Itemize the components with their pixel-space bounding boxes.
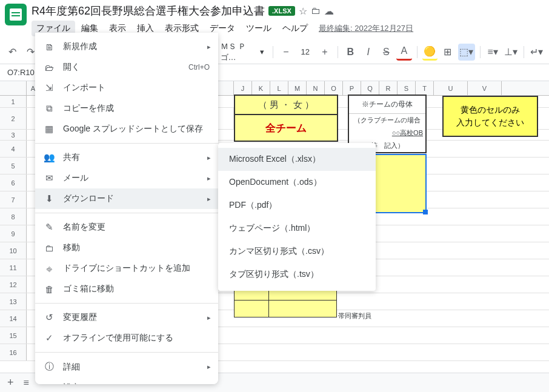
col-header[interactable]: J: [234, 81, 252, 95]
copy-icon: ⧉: [44, 103, 55, 114]
separator: [417, 46, 418, 58]
bold-button[interactable]: B: [342, 44, 358, 61]
chevron-down-icon: ▾: [260, 47, 264, 56]
font-size-input[interactable]: 12: [296, 45, 314, 59]
star-icon[interactable]: ☆: [299, 5, 307, 17]
chevron-right-icon: ▸: [207, 363, 211, 371]
row-header[interactable]: 15: [0, 327, 27, 344]
selection-handle[interactable]: [423, 210, 428, 214]
download-tsv[interactable]: タブ区切り形式（.tsv）: [218, 263, 376, 286]
italic-button[interactable]: I: [361, 44, 376, 61]
download-csv[interactable]: カンマ区切り形式（.csv）: [218, 240, 376, 263]
col-header[interactable]: P: [343, 81, 361, 95]
team-cell[interactable]: 全チーム: [234, 115, 338, 142]
row-header[interactable]: 7: [0, 191, 27, 208]
row-header[interactable]: 5: [0, 158, 27, 174]
strike-button[interactable]: S: [379, 44, 394, 61]
separator: [338, 46, 338, 58]
row-header[interactable]: 6: [0, 174, 27, 191]
info-icon: ⓘ: [44, 361, 55, 373]
sheets-logo-icon[interactable]: [5, 4, 27, 25]
menu-tools[interactable]: ツール: [241, 21, 276, 36]
menu-settings[interactable]: ⚙設定: [35, 377, 218, 384]
menu-download[interactable]: ⬇ダウンロード▸: [35, 188, 218, 209]
row-header[interactable]: 9: [0, 225, 27, 242]
cloud-status-icon[interactable]: ☁: [324, 5, 334, 17]
move-icon: 🗀: [44, 243, 55, 253]
text-color-button[interactable]: A: [396, 44, 412, 61]
menu-version-history[interactable]: ↺変更履歴▸: [35, 307, 218, 328]
col-header[interactable]: R: [379, 81, 398, 95]
download-ods[interactable]: OpenDocument（.ods）: [218, 171, 376, 194]
fill-color-button[interactable]: 🟡: [422, 44, 438, 61]
download-xlsx[interactable]: Microsoft Excel（.xlsx）: [218, 148, 376, 171]
row-header[interactable]: 11: [0, 259, 27, 276]
menu-offline[interactable]: ✓オフラインで使用可能にする: [35, 328, 218, 348]
document-title[interactable]: R4年度第62回長野県総合選手権大会参加申込書: [32, 4, 265, 18]
add-sheet-button[interactable]: +: [5, 374, 16, 391]
menu-new[interactable]: 🗎新規作成▸: [35, 36, 218, 57]
row-header[interactable]: 13: [0, 293, 27, 310]
font-selector[interactable]: ＭＳ Ｐゴ… ▾: [217, 39, 268, 65]
row-header[interactable]: 14: [0, 310, 27, 327]
gender-cell[interactable]: （ 男 ・ 女 ）: [234, 95, 338, 115]
row-header[interactable]: 2: [0, 108, 27, 129]
import-icon: ⇲: [44, 82, 55, 93]
col-header[interactable]: S: [398, 81, 416, 95]
all-sheets-button[interactable]: ≡: [21, 375, 32, 391]
document-icon: 🗎: [44, 42, 55, 52]
row-header[interactable]: 3: [0, 130, 27, 140]
font-size-down[interactable]: −: [278, 44, 294, 61]
col-header[interactable]: L: [270, 81, 288, 95]
separator: [35, 303, 218, 304]
instruction-note[interactable]: 黄色のセルのみ入力してください: [442, 96, 538, 137]
download-submenu: Microsoft Excel（.xlsx） OpenDocument（.ods…: [218, 143, 376, 291]
halign-button[interactable]: ≡▾: [485, 44, 501, 61]
separator: [35, 143, 218, 144]
row-header[interactable]: 1: [0, 96, 27, 107]
menu-import[interactable]: ⇲インポート: [35, 78, 218, 98]
folder-icon: 🗁: [44, 62, 55, 73]
download-pdf[interactable]: PDF（.pdf）: [218, 194, 376, 217]
download-html[interactable]: ウェブページ（.html）: [218, 217, 376, 240]
col-header[interactable]: N: [307, 81, 325, 95]
menu-rename[interactable]: ✎名前を変更: [35, 217, 218, 238]
chevron-right-icon: ▸: [207, 154, 211, 162]
col-header[interactable]: O: [325, 81, 343, 95]
menu-make-copy[interactable]: ⧉コピーを作成: [35, 98, 218, 119]
col-header[interactable]: U: [434, 81, 468, 95]
row-header[interactable]: 10: [0, 242, 27, 259]
last-edit-link[interactable]: 最終編集: 2022年12月27日: [319, 21, 413, 36]
font-size-up[interactable]: +: [317, 44, 333, 61]
history-icon: ↺: [44, 312, 55, 323]
move-to-folder-icon[interactable]: 🗀: [311, 5, 321, 16]
row-header[interactable]: 4: [0, 141, 27, 157]
row-header[interactable]: 12: [0, 276, 27, 293]
menu-save-as-gsheet[interactable]: ▦Google スプレッドシートとして保存: [35, 119, 218, 139]
row-header[interactable]: 8: [0, 208, 27, 225]
menu-move[interactable]: 🗀移動: [35, 238, 218, 258]
menu-trash[interactable]: 🗑ゴミ箱に移動: [35, 279, 218, 299]
col-header[interactable]: V: [468, 81, 502, 95]
chevron-right-icon: ▸: [207, 174, 211, 182]
col-header[interactable]: T: [416, 81, 434, 95]
merge-button[interactable]: ⬚▾: [458, 44, 475, 61]
menu-details[interactable]: ⓘ詳細▸: [35, 356, 218, 377]
col-header[interactable]: K: [252, 81, 270, 95]
menu-help[interactable]: ヘルプ: [278, 21, 313, 36]
rename-icon: ✎: [44, 222, 55, 233]
menu-add-shortcut[interactable]: ⎆ドライブにショートカットを追加: [35, 258, 218, 279]
borders-button[interactable]: ⊞: [440, 44, 456, 61]
col-header[interactable]: Q: [361, 81, 379, 95]
select-all-corner[interactable]: [0, 81, 27, 95]
menu-email[interactable]: ✉メール▸: [35, 168, 218, 188]
col-header[interactable]: M: [288, 81, 307, 95]
menu-share[interactable]: 👥共有▸: [35, 147, 218, 168]
row-header[interactable]: 16: [0, 344, 27, 360]
undo-button[interactable]: ↶: [5, 44, 21, 61]
valign-button[interactable]: ⊥▾: [503, 44, 519, 61]
menu-open[interactable]: 🗁開くCtrl+O: [35, 57, 218, 78]
wrap-button[interactable]: ↵▾: [528, 44, 544, 61]
gear-icon: ⚙: [44, 382, 55, 384]
chevron-right-icon: ▸: [207, 314, 211, 322]
